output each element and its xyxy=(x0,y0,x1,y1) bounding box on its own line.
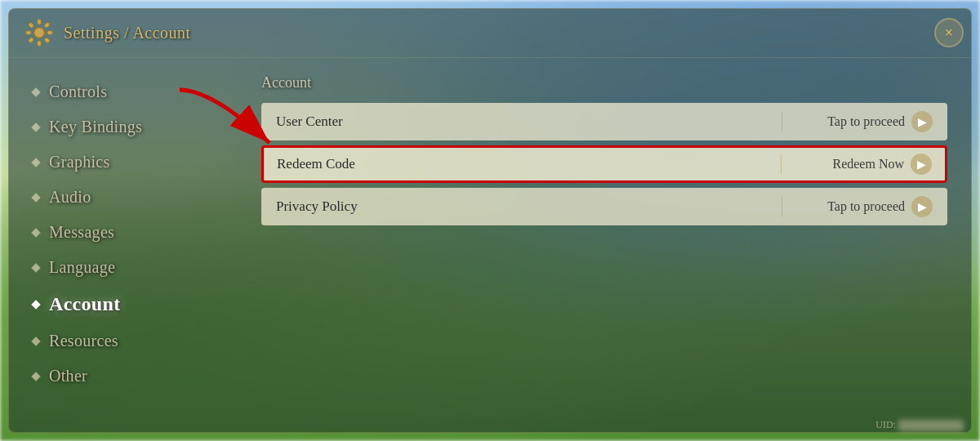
sidebar-item-resources[interactable]: Resources xyxy=(8,323,237,359)
sidebar: Controls Key Bindings Graphics Audio Mes… xyxy=(8,58,237,433)
svg-rect-5 xyxy=(28,22,34,29)
uid-label: UID: xyxy=(875,419,964,431)
sidebar-item-label: Account xyxy=(49,293,120,315)
diamond-icon xyxy=(31,263,40,272)
sidebar-item-label: Graphics xyxy=(49,153,110,172)
sidebar-item-key-bindings[interactable]: Key Bindings xyxy=(8,109,237,145)
row-action-text: Tap to proceed xyxy=(827,199,905,214)
sidebar-item-label: Controls xyxy=(49,82,107,101)
diamond-icon xyxy=(31,158,40,167)
svg-rect-1 xyxy=(38,20,42,24)
svg-rect-4 xyxy=(47,31,52,35)
row-action-user-center: Tap to proceed ▶ xyxy=(782,111,946,132)
row-label-user-center: User Center xyxy=(263,114,782,130)
sidebar-item-audio[interactable]: Audio xyxy=(8,180,237,215)
diamond-icon xyxy=(31,122,40,131)
settings-container: Settings / Account × Controls Key Bindin… xyxy=(8,8,972,433)
diamond-icon xyxy=(31,193,40,202)
row-action-privacy-policy: Tap to proceed ▶ xyxy=(782,196,946,217)
sidebar-item-controls[interactable]: Controls xyxy=(8,74,237,109)
gear-icon xyxy=(24,18,54,47)
row-label-privacy-policy: Privacy Policy xyxy=(263,198,782,215)
svg-point-0 xyxy=(34,28,45,38)
header-title: Settings / Account xyxy=(64,24,191,42)
diamond-icon xyxy=(31,372,40,381)
sidebar-item-label: Audio xyxy=(49,188,91,207)
uid-value xyxy=(898,420,964,431)
uid-prefix: UID: xyxy=(875,419,896,430)
svg-rect-7 xyxy=(28,37,34,43)
row-action-redeem-code: Redeem Now ▶ xyxy=(782,154,945,175)
svg-rect-3 xyxy=(26,31,31,35)
sidebar-item-label: Other xyxy=(49,367,87,385)
row-action-text: Redeem Now xyxy=(832,157,904,172)
sidebar-item-label: Key Bindings xyxy=(49,118,142,136)
header: Settings / Account × xyxy=(8,8,972,58)
diamond-icon xyxy=(31,228,40,237)
sidebar-item-language[interactable]: Language xyxy=(8,250,237,285)
svg-rect-8 xyxy=(44,37,51,43)
close-button[interactable]: × xyxy=(934,18,964,47)
svg-rect-2 xyxy=(38,41,42,46)
sidebar-item-account[interactable]: Account xyxy=(8,285,237,323)
diamond-icon xyxy=(31,300,40,309)
arrow-circle-icon: ▶ xyxy=(911,111,933,132)
sidebar-item-messages[interactable]: Messages xyxy=(8,215,237,250)
content-area: Account User Center Tap to proceed ▶ Red… xyxy=(237,58,972,433)
arrow-circle-icon: ▶ xyxy=(911,154,932,175)
diamond-icon xyxy=(31,87,40,96)
redeem-code-row[interactable]: Redeem Code Redeem Now ▶ xyxy=(261,145,947,183)
sidebar-item-other[interactable]: Other xyxy=(8,359,237,394)
sidebar-item-label: Resources xyxy=(49,332,118,350)
user-center-row[interactable]: User Center Tap to proceed ▶ xyxy=(261,103,947,140)
section-title: Account xyxy=(261,74,947,91)
row-action-text: Tap to proceed xyxy=(827,114,905,129)
main-content: Controls Key Bindings Graphics Audio Mes… xyxy=(8,58,972,433)
sidebar-item-label: Messages xyxy=(49,223,114,242)
settings-rows: User Center Tap to proceed ▶ Redeem Code… xyxy=(261,103,947,225)
sidebar-item-label: Language xyxy=(49,258,115,277)
diamond-icon xyxy=(31,336,40,345)
row-label-redeem-code: Redeem Code xyxy=(264,156,781,172)
arrow-circle-icon: ▶ xyxy=(911,196,933,217)
privacy-policy-row[interactable]: Privacy Policy Tap to proceed ▶ xyxy=(261,188,947,225)
svg-rect-6 xyxy=(44,22,51,29)
sidebar-item-graphics[interactable]: Graphics xyxy=(8,145,237,180)
